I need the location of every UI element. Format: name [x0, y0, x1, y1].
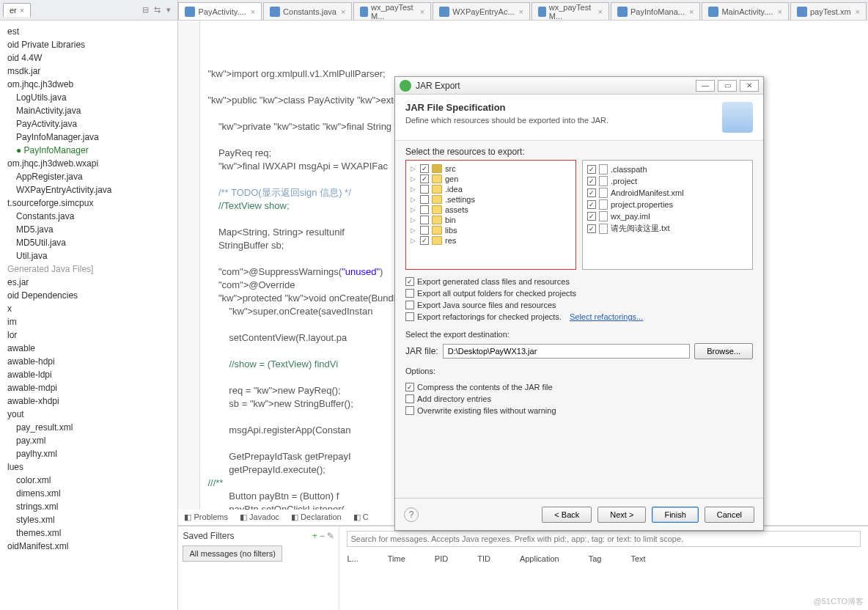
resource-file-row[interactable]: ✓请先阅读这里.txt: [586, 222, 749, 235]
tree-item[interactable]: msdk.jar: [1, 65, 176, 78]
menu-icon[interactable]: ▾: [163, 5, 174, 15]
resource-folder-row[interactable]: ▷libs: [409, 225, 573, 235]
tree-item[interactable]: MD5Util.java: [1, 236, 176, 249]
maximize-button[interactable]: ▭: [718, 80, 737, 92]
checkbox[interactable]: ✓: [587, 165, 596, 174]
editor-tab[interactable]: wx_payTest M...×: [532, 2, 609, 20]
tree-item[interactable]: oidManifest.xml: [1, 540, 176, 553]
jar-file-input[interactable]: [443, 344, 690, 359]
resource-folder-pane[interactable]: ▷✓src▷✓gen▷.idea▷.settings▷assets▷bin▷li…: [405, 160, 576, 270]
tree-item[interactable]: strings.xml: [1, 500, 176, 513]
tree-item[interactable]: lues: [1, 460, 176, 474]
tree-item[interactable]: paylhy.xml: [1, 447, 176, 460]
next-button[interactable]: Next >: [597, 507, 646, 523]
checkbox-compress[interactable]: ✓: [405, 383, 414, 392]
tree-item[interactable]: themes.xml: [1, 526, 176, 540]
tree-item[interactable]: styles.xml: [1, 513, 176, 526]
tree-item[interactable]: awable-hdpi: [1, 355, 176, 368]
resource-folder-row[interactable]: ▷bin: [409, 215, 573, 225]
expand-icon[interactable]: ▷: [411, 165, 416, 172]
close-icon[interactable]: ×: [420, 7, 424, 16]
explorer-tab[interactable]: er×: [3, 3, 31, 17]
tree-item[interactable]: awable-xhdpi: [1, 394, 176, 408]
tree-item[interactable]: WXPayEntryActivity.java: [1, 183, 176, 196]
editor-tab[interactable]: PayInfoMana...×: [611, 2, 700, 20]
expand-icon[interactable]: ▷: [411, 216, 416, 224]
expand-icon[interactable]: ▷: [411, 175, 416, 183]
tree-item[interactable]: lor: [1, 328, 176, 342]
add-icon[interactable]: +: [312, 531, 317, 541]
log-column-header[interactable]: Time: [388, 554, 405, 563]
editor-tab[interactable]: PayActivity....×: [178, 2, 262, 20]
tree-item[interactable]: Generated Java Files]: [1, 262, 176, 276]
log-column-header[interactable]: TID: [477, 554, 490, 563]
bottom-tab[interactable]: ◧ Declaration: [291, 512, 342, 522]
help-icon[interactable]: ?: [404, 507, 419, 522]
finish-button[interactable]: Finish: [652, 507, 698, 523]
tree-item[interactable]: PayInfoManager.java: [1, 131, 176, 144]
tree-item[interactable]: es.jar: [1, 276, 176, 289]
checkbox-export-source[interactable]: [405, 301, 414, 309]
close-icon[interactable]: ×: [20, 6, 24, 15]
resource-folder-row[interactable]: ▷✓gen: [409, 174, 573, 184]
tree-item[interactable]: oid Dependencies: [1, 289, 176, 302]
log-column-header[interactable]: Application: [520, 554, 559, 563]
checkbox[interactable]: [420, 216, 429, 224]
log-column-header[interactable]: Text: [630, 554, 645, 563]
link-icon[interactable]: ⇆: [151, 5, 163, 15]
select-refactorings-link[interactable]: Select refactorings...: [570, 312, 643, 321]
checkbox-export-output[interactable]: [405, 289, 414, 298]
checkbox[interactable]: ✓: [587, 212, 596, 221]
checkbox[interactable]: ✓: [420, 174, 429, 183]
close-button[interactable]: ✕: [740, 80, 759, 92]
tree-item[interactable]: im: [1, 315, 176, 328]
tree-item[interactable]: LogUtils.java: [1, 91, 176, 104]
dialog-titlebar[interactable]: JAR Export — ▭ ✕: [395, 77, 763, 95]
logcat-search-input[interactable]: [347, 531, 861, 547]
editor-tab[interactable]: WXPayEntryAc...×: [433, 2, 530, 20]
expand-icon[interactable]: ▷: [411, 227, 416, 234]
checkbox-overwrite[interactable]: [405, 406, 414, 415]
editor-tab[interactable]: Constants.java×: [263, 2, 352, 20]
tree-item[interactable]: dimens.xml: [1, 487, 176, 500]
close-icon[interactable]: ×: [777, 7, 781, 16]
resource-folder-row[interactable]: ▷.idea: [409, 184, 573, 194]
tree-item[interactable]: oid 4.4W: [1, 51, 176, 65]
close-icon[interactable]: ×: [598, 7, 603, 16]
resource-file-row[interactable]: ✓AndroidManifest.xml: [586, 187, 749, 199]
cancel-button[interactable]: Cancel: [705, 507, 754, 523]
expand-icon[interactable]: ▷: [411, 206, 416, 213]
resource-folder-row[interactable]: ▷assets: [409, 205, 573, 215]
close-icon[interactable]: ×: [689, 7, 694, 16]
tree-item[interactable]: pay.xml: [1, 434, 176, 447]
checkbox[interactable]: ✓: [587, 200, 596, 209]
tree-item[interactable]: PayActivity.java: [1, 117, 176, 131]
resource-folder-row[interactable]: ▷✓src: [409, 163, 573, 174]
close-icon[interactable]: ×: [341, 7, 345, 16]
tree-item[interactable]: Constants.java: [1, 210, 176, 223]
checkbox-add-dir[interactable]: [405, 394, 414, 403]
tree-item[interactable]: AppRegister.java: [1, 170, 176, 183]
resource-folder-row[interactable]: ▷✓res: [409, 235, 573, 246]
close-icon[interactable]: ×: [251, 7, 255, 16]
editor-tab[interactable]: payTest.xm×: [790, 2, 867, 20]
tree-item[interactable]: MainActivity.java: [1, 104, 176, 117]
bottom-tab[interactable]: ◧ Javadoc: [240, 512, 279, 522]
expand-icon[interactable]: ▷: [411, 196, 416, 203]
editor-tab[interactable]: wx_payTest M...×: [353, 2, 431, 20]
resource-file-row[interactable]: ✓.project: [586, 175, 749, 187]
resource-file-pane[interactable]: ✓.classpath✓.project✓AndroidManifest.xml…: [582, 160, 753, 270]
bottom-tab[interactable]: ◧ C: [353, 512, 369, 522]
collapse-icon[interactable]: ⊟: [139, 5, 151, 15]
tree-item[interactable]: awable-mdpi: [1, 381, 176, 394]
checkbox[interactable]: ✓: [587, 188, 596, 197]
editor-tabs[interactable]: PayActivity....×Constants.java×wx_payTes…: [178, 0, 868, 21]
checkbox[interactable]: [420, 185, 429, 194]
log-column-header[interactable]: L...: [347, 554, 358, 563]
expand-icon[interactable]: ▷: [411, 185, 416, 193]
remove-icon[interactable]: −: [320, 531, 325, 541]
bottom-tab[interactable]: ◧ Problems: [184, 512, 228, 522]
tree-item[interactable]: est: [1, 25, 176, 38]
browse-button[interactable]: Browse...: [694, 343, 753, 359]
tree-item[interactable]: MD5.java: [1, 223, 176, 236]
